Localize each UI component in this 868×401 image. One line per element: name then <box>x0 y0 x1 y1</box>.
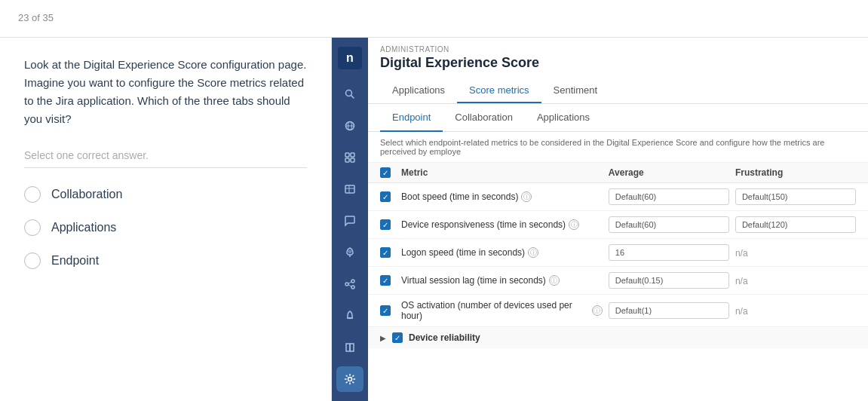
option-label-endpoint: Endpoint <box>51 254 99 268</box>
input-average-boot[interactable] <box>609 188 729 205</box>
top-bar: 23 of 35 <box>0 0 868 38</box>
row-check-os: ✓ <box>380 305 395 316</box>
radio-collaboration[interactable] <box>24 186 41 203</box>
book-icon[interactable] <box>336 335 363 360</box>
checkbox-logon[interactable]: ✓ <box>380 247 391 258</box>
row-frustrating-boot <box>735 188 856 205</box>
input-frustrating-device-resp[interactable] <box>735 216 856 233</box>
tab-applications[interactable]: Applications <box>380 78 457 103</box>
na-vsl: n/a <box>735 276 748 286</box>
rocket-icon[interactable] <box>336 240 363 265</box>
sidebar-logo: n <box>338 47 362 69</box>
row-frustrating-vsl: n/a <box>735 274 856 287</box>
tab-score-metrics[interactable]: Score metrics <box>457 78 541 103</box>
bell-icon[interactable] <box>336 303 363 329</box>
checkbox-device-reliability[interactable]: ✓ <box>392 332 403 343</box>
input-average-os[interactable] <box>609 302 729 319</box>
svg-line-1 <box>351 96 354 99</box>
info-icon-vsl: ⓘ <box>549 275 560 286</box>
header-check: ✓ <box>380 167 395 178</box>
svg-point-16 <box>351 286 354 289</box>
checkbox-boot[interactable]: ✓ <box>380 191 391 202</box>
subtab-applications[interactable]: Applications <box>525 104 602 132</box>
table-row: ✓ Logon speed (time in seconds) ⓘ n/a <box>368 239 868 267</box>
settings-icon[interactable] <box>336 366 363 392</box>
radio-endpoint[interactable] <box>24 253 41 269</box>
row-metric-os: OS activation (number of devices used pe… <box>401 300 603 321</box>
row-average-logon <box>609 244 729 261</box>
table-icon[interactable] <box>336 176 363 202</box>
na-os: n/a <box>735 306 748 317</box>
checkbox-vsl[interactable]: ✓ <box>380 275 391 286</box>
header-frustrating: Frustrating <box>735 167 856 178</box>
info-icon-os: ⓘ <box>592 305 603 316</box>
row-check-device-resp: ✓ <box>380 219 395 230</box>
chat-icon[interactable] <box>336 208 363 234</box>
header-metric: Metric <box>401 167 603 178</box>
content-header: ADMINISTRATION Digital Experience Score … <box>368 38 868 104</box>
row-average-device-resp <box>609 216 729 233</box>
question-counter: 23 of 35 <box>18 12 850 23</box>
inner-content: Endpoint Collaboration Applications Sele… <box>368 104 868 401</box>
globe-icon[interactable] <box>336 113 363 139</box>
svg-rect-5 <box>345 153 349 157</box>
na-logon: n/a <box>735 248 748 259</box>
info-icon-device-resp: ⓘ <box>569 219 579 230</box>
subtab-collaboration[interactable]: Collaboration <box>443 104 525 132</box>
info-icon-boot: ⓘ <box>521 191 532 202</box>
sidebar: n <box>332 38 368 401</box>
input-frustrating-boot[interactable] <box>735 188 856 205</box>
row-frustrating-device-resp <box>735 216 856 233</box>
answer-option-applications[interactable]: Applications <box>24 219 307 236</box>
tab-sentiment[interactable]: Sentiment <box>541 78 610 103</box>
row-metric-device-resp: Device responsiveness (time in seconds) … <box>401 219 603 230</box>
input-average-device-resp[interactable] <box>609 216 729 233</box>
grid-icon[interactable] <box>336 145 363 170</box>
radio-applications[interactable] <box>24 219 41 236</box>
svg-point-13 <box>349 251 351 253</box>
table-header-row: ✓ Metric Average Frustrating <box>368 163 868 183</box>
checkbox-device-resp[interactable]: ✓ <box>380 219 391 230</box>
main-layout: Look at the Digital Experience Score con… <box>0 38 868 401</box>
answer-options: Collaboration Applications Endpoint <box>24 186 307 269</box>
row-frustrating-os: n/a <box>735 304 856 317</box>
device-reliability-row: ▶ ✓ Device reliability <box>368 327 868 348</box>
search-icon[interactable] <box>336 81 363 107</box>
row-check-boot: ✓ <box>380 191 395 202</box>
right-panel: n <box>332 38 868 401</box>
left-panel: Look at the Digital Experience Score con… <box>0 38 332 401</box>
metrics-description: Select which endpoint-related metrics to… <box>368 132 868 163</box>
row-frustrating-logon: n/a <box>735 246 856 259</box>
row-average-vsl <box>609 272 729 289</box>
answer-option-endpoint[interactable]: Endpoint <box>24 253 307 269</box>
header-checkbox[interactable]: ✓ <box>380 167 391 178</box>
admin-label: ADMINISTRATION <box>380 45 856 54</box>
input-average-logon[interactable] <box>609 244 729 261</box>
svg-point-21 <box>348 378 352 381</box>
metrics-table: ✓ Metric Average Frustrating ✓ Boot spee… <box>368 163 868 401</box>
svg-rect-7 <box>345 158 349 162</box>
device-reliability-label: Device reliability <box>409 332 480 343</box>
row-metric-logon: Logon speed (time in seconds) ⓘ <box>401 247 603 258</box>
answer-option-collaboration[interactable]: Collaboration <box>24 186 307 203</box>
table-row: ✓ Virtual session lag (time in seconds) … <box>368 267 868 295</box>
svg-point-15 <box>351 280 354 283</box>
expand-icon[interactable]: ▶ <box>380 334 386 342</box>
subtab-endpoint[interactable]: Endpoint <box>380 104 443 132</box>
info-icon-logon: ⓘ <box>528 247 538 258</box>
option-label-applications: Applications <box>51 221 116 234</box>
input-average-vsl[interactable] <box>609 272 729 289</box>
row-check-vsl: ✓ <box>380 275 395 286</box>
table-row: ✓ Boot speed (time in seconds) ⓘ <box>368 183 868 211</box>
svg-rect-6 <box>351 153 354 157</box>
row-average-os <box>609 302 729 319</box>
row-check-logon: ✓ <box>380 247 395 258</box>
row-metric-boot: Boot speed (time in seconds) ⓘ <box>401 191 603 202</box>
sub-tabs: Endpoint Collaboration Applications <box>368 104 868 132</box>
svg-rect-8 <box>351 158 354 162</box>
table-row: ✓ OS activation (number of devices used … <box>368 295 868 327</box>
connect-icon[interactable] <box>336 271 363 297</box>
svg-point-14 <box>345 283 348 286</box>
svg-line-17 <box>348 282 351 284</box>
checkbox-os[interactable]: ✓ <box>380 305 391 316</box>
